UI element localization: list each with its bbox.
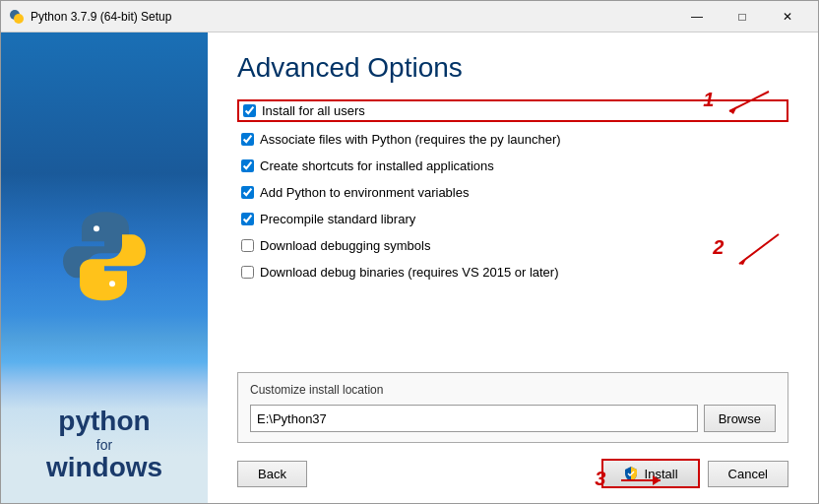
window-controls: — □ ✕ xyxy=(674,1,810,32)
page-title: Advanced Options xyxy=(237,52,788,84)
option-create-shortcuts: Create shortcuts for installed applicati… xyxy=(237,157,788,175)
label-install-all-users[interactable]: Install for all users xyxy=(262,103,365,118)
svg-point-2 xyxy=(94,225,99,231)
label-create-shortcuts[interactable]: Create shortcuts for installed applicati… xyxy=(260,158,494,173)
sidebar: python for windows xyxy=(1,32,208,503)
option-precompile: Precompile standard library xyxy=(237,210,788,228)
label-associate-files[interactable]: Associate files with Python (requires th… xyxy=(260,132,561,147)
sidebar-text: python for windows xyxy=(46,407,162,483)
python-logo xyxy=(55,207,154,308)
title-bar: Python 3.7.9 (64-bit) Setup — □ ✕ xyxy=(1,1,818,32)
checkbox-add-to-path[interactable] xyxy=(241,186,254,199)
checkbox-precompile[interactable] xyxy=(241,213,254,225)
label-debug-binaries[interactable]: Download debug binaries (requires VS 201… xyxy=(260,265,559,280)
maximize-button[interactable]: □ xyxy=(720,1,765,32)
checkbox-install-all-users[interactable] xyxy=(243,104,256,117)
install-path-input[interactable] xyxy=(250,405,698,432)
option-debug-symbols: Download debugging symbols xyxy=(237,236,788,255)
browse-button[interactable]: Browse xyxy=(704,405,776,432)
shield-icon xyxy=(623,466,639,481)
label-add-to-path[interactable]: Add Python to environment variables xyxy=(260,185,469,200)
install-location-row: Browse xyxy=(250,405,776,432)
app-icon xyxy=(9,9,25,25)
sidebar-python: python xyxy=(46,407,162,437)
checkbox-create-shortcuts[interactable] xyxy=(241,159,254,172)
install-button-label: Install xyxy=(645,467,678,481)
main-panel: Advanced Options Install for all users A… xyxy=(208,32,818,503)
checkbox-debug-binaries[interactable] xyxy=(241,266,254,279)
svg-point-1 xyxy=(14,14,24,24)
label-precompile[interactable]: Precompile standard library xyxy=(260,212,415,226)
option-install-all-users: Install for all users xyxy=(237,99,788,122)
label-debug-symbols[interactable]: Download debugging symbols xyxy=(260,238,430,253)
back-button[interactable]: Back xyxy=(237,461,307,487)
options-list: Install for all users Associate files wi… xyxy=(237,99,788,372)
main-window: Python 3.7.9 (64-bit) Setup — □ ✕ pytho xyxy=(0,0,819,504)
close-button[interactable]: ✕ xyxy=(765,1,810,32)
option-associate-files: Associate files with Python (requires th… xyxy=(237,130,788,149)
option-add-to-path: Add Python to environment variables xyxy=(237,183,788,202)
install-button[interactable]: Install xyxy=(601,459,700,488)
sidebar-for: for xyxy=(46,437,162,453)
cancel-button[interactable]: Cancel xyxy=(708,461,788,487)
content-area: python for windows Advanced Options Inst… xyxy=(1,32,818,503)
main-panel-wrapper: Advanced Options Install for all users A… xyxy=(208,32,818,503)
checkbox-associate-files[interactable] xyxy=(241,133,254,146)
bottom-buttons: Back Install Cancel xyxy=(237,459,788,488)
install-location-label: Customize install location xyxy=(250,383,776,397)
option-debug-binaries: Download debug binaries (requires VS 201… xyxy=(237,263,788,282)
window-title: Python 3.7.9 (64-bit) Setup xyxy=(31,10,674,24)
svg-point-3 xyxy=(109,281,115,286)
sidebar-windows: windows xyxy=(46,453,162,483)
minimize-button[interactable]: — xyxy=(674,1,720,32)
checkbox-debug-symbols[interactable] xyxy=(241,239,254,252)
install-location-section: Customize install location Browse xyxy=(237,372,788,443)
